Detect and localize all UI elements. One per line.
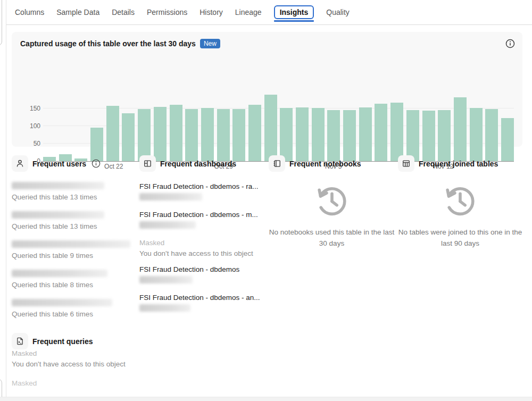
usage-bar[interactable]	[106, 106, 119, 161]
masked-user-name	[12, 182, 104, 189]
usage-bar[interactable]	[122, 113, 135, 161]
dashboard-link[interactable]: FSI Fraud Detection - dbdemos	[139, 265, 265, 273]
tab-bar: Columns Sample Data Details Permissions …	[6, 0, 532, 25]
usage-bar[interactable]	[485, 109, 498, 161]
usage-bar[interactable]	[280, 108, 293, 161]
frequent-users-list: Queried this table 13 times Queried this…	[12, 182, 136, 318]
masked-dashboard-owner	[139, 193, 202, 200]
usage-bar[interactable]	[327, 110, 340, 161]
frequent-dashboards-list: FSI Fraud Detection - dbdemos - ra... FS…	[139, 182, 265, 312]
dashboard-link[interactable]: FSI Fraud Detection - dbdemos - ra...	[139, 182, 265, 190]
tab-quality[interactable]: Quality	[326, 6, 350, 19]
usage-bar[interactable]	[375, 104, 387, 161]
dashboard-link[interactable]: FSI Fraud Detection - dbdemos - an...	[139, 294, 265, 302]
list-item: FSI Fraud Detection - dbdemos - m...	[139, 211, 265, 229]
list-item: Masked You don't have access to this obj…	[12, 349, 171, 368]
list-item: Masked You don't have access to this obj…	[139, 239, 265, 257]
usage-chart-bars	[43, 91, 514, 161]
section-frequent-queries: Frequent queries Masked You don't have a…	[12, 333, 171, 387]
usage-bar[interactable]	[232, 109, 245, 161]
usage-bar[interactable]	[170, 105, 182, 161]
tab-lineage[interactable]: Lineage	[235, 6, 262, 19]
usage-panel: Captured usage of this table over the la…	[12, 32, 522, 147]
y-tick-label: 150	[30, 105, 40, 112]
section-title: Frequent users	[32, 160, 86, 168]
usage-bar[interactable]	[438, 110, 451, 161]
usage-bar[interactable]	[470, 108, 483, 161]
masked-user-name	[12, 240, 130, 248]
list-item: Queried this table 6 times	[12, 299, 136, 318]
usage-bar[interactable]	[138, 109, 151, 161]
user-query-count: Queried this table 8 times	[12, 281, 136, 289]
list-item: FSI Fraud Detection - dbdemos - an...	[139, 294, 265, 312]
tab-insights[interactable]: Insights	[274, 5, 314, 19]
list-item: Queried this table 8 times	[12, 270, 136, 289]
usage-bar[interactable]	[217, 109, 230, 161]
history-icon	[442, 183, 479, 221]
list-item: FSI Fraud Detection - dbdemos - ra...	[139, 182, 265, 200]
usage-bar[interactable]	[343, 110, 356, 161]
notebook-icon	[269, 155, 285, 172]
masked-label: Masked	[12, 379, 171, 387]
usage-bar[interactable]	[248, 105, 261, 161]
frequent-dashboards-header: Frequent dashboards	[139, 155, 265, 172]
tab-permissions[interactable]: Permissions	[147, 6, 187, 19]
masked-user-name	[12, 211, 104, 219]
usage-bar[interactable]	[154, 107, 167, 161]
usage-bar[interactable]	[312, 108, 325, 161]
usage-panel-title: Captured usage of this table over the la…	[20, 39, 196, 48]
usage-bar[interactable]	[501, 118, 514, 161]
section-title: Frequent joined tables	[419, 160, 498, 168]
tab-history[interactable]: History	[200, 6, 223, 19]
y-axis-labels: 050100150	[19, 91, 40, 161]
frequent-users-header: Frequent users	[12, 155, 136, 172]
user-query-count: Queried this table 9 times	[12, 252, 136, 260]
masked-label: Masked	[139, 239, 265, 247]
usage-bar[interactable]	[390, 103, 403, 161]
usage-bar[interactable]	[264, 95, 277, 161]
masked-label: Masked	[12, 349, 171, 357]
user-query-count: Queried this table 13 times	[12, 222, 136, 230]
tab-insights-label: Insights	[280, 8, 309, 16]
bottom-scroll-strip[interactable]	[0, 397, 532, 401]
tab-active-underline	[274, 20, 314, 22]
section-title: Frequent queries	[32, 337, 93, 346]
empty-state-text: No notebooks used this table in the last…	[269, 227, 395, 249]
section-title: Frequent dashboards	[160, 160, 236, 168]
masked-dashboard-owner	[139, 304, 190, 312]
usage-panel-header: Captured usage of this table over the la…	[12, 32, 522, 48]
usage-bar[interactable]	[296, 107, 309, 161]
section-frequent-joined-tables: Frequent joined tables No tables were jo…	[398, 155, 522, 249]
frequent-notebooks-header: Frequent notebooks	[269, 155, 395, 172]
list-item: Queried this table 13 times	[12, 182, 136, 201]
usage-bar[interactable]	[454, 97, 467, 161]
usage-bar[interactable]	[185, 109, 198, 161]
tab-details[interactable]: Details	[112, 6, 135, 19]
insights-page: Columns Sample Data Details Permissions …	[0, 0, 532, 401]
joined-tables-empty-state: No tables were joined to this one in the…	[398, 183, 522, 249]
content-left-border	[6, 0, 6, 401]
user-icon	[12, 155, 28, 172]
tab-sample-data[interactable]: Sample Data	[56, 6, 99, 19]
usage-bar[interactable]	[201, 108, 214, 161]
info-icon[interactable]	[92, 159, 101, 168]
info-icon[interactable]	[505, 39, 515, 48]
usage-bar[interactable]	[359, 107, 372, 161]
user-query-count: Queried this table 13 times	[12, 193, 136, 201]
list-item: FSI Fraud Detection - dbdemos	[139, 265, 265, 283]
y-tick-label: 100	[30, 122, 40, 130]
dashboard-link[interactable]: FSI Fraud Detection - dbdemos - m...	[139, 211, 265, 219]
section-frequent-users: Frequent users Queried this table 13 tim…	[12, 155, 136, 328]
masked-note: You don't have access to this object	[12, 360, 171, 368]
y-tick-label: 50	[34, 140, 40, 147]
section-title: Frequent notebooks	[289, 160, 361, 168]
tab-columns[interactable]: Columns	[15, 6, 44, 19]
usage-chart	[43, 91, 514, 161]
masked-dashboard-owner	[139, 221, 196, 229]
masked-dashboard-owner	[139, 276, 193, 283]
section-frequent-notebooks: Frequent notebooks No notebooks used thi…	[269, 155, 395, 249]
usage-bar[interactable]	[422, 111, 435, 161]
usage-bar[interactable]	[406, 110, 419, 161]
frequent-queries-header: Frequent queries	[12, 333, 171, 349]
notebooks-empty-state: No notebooks used this table in the last…	[269, 183, 395, 249]
